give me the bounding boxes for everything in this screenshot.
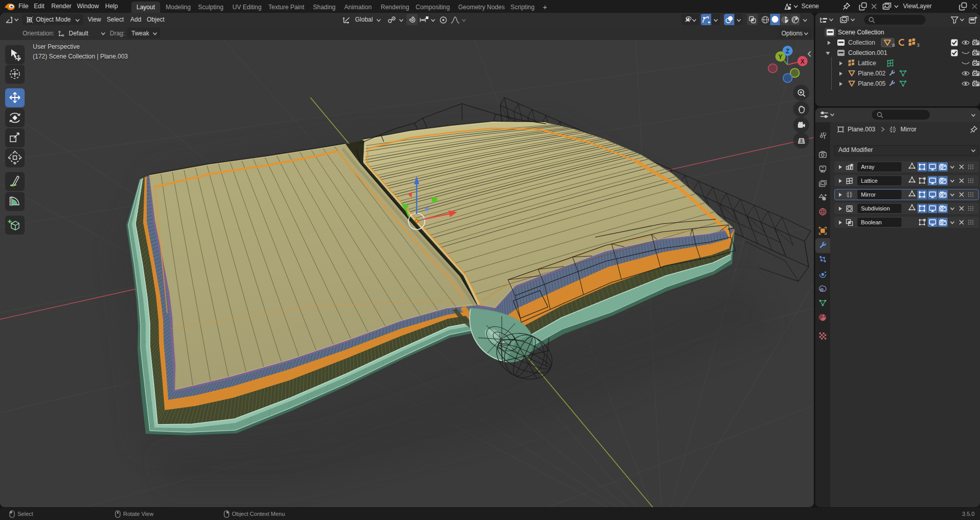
svg-text:Y: Y [778,53,782,61]
svg-text:Z: Z [786,48,789,55]
svg-text:X: X [800,58,805,65]
